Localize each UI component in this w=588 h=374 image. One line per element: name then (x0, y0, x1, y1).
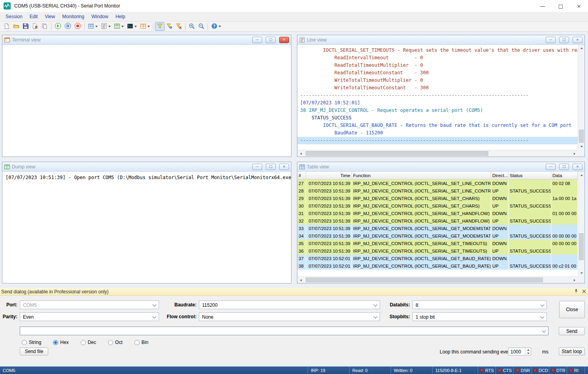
new-session-button[interactable] (2, 22, 11, 31)
table-view-menu-button[interactable] (86, 22, 99, 31)
start-loop-button[interactable]: Start loop (559, 348, 585, 355)
log-line[interactable]: ReadTotalTimeoutConstant - 300 (300, 69, 578, 77)
format-radio[interactable]: Dec (81, 340, 96, 345)
dump-view-titlebar[interactable]: Dump view — □ × (2, 162, 291, 172)
filter-settings-button[interactable] (164, 22, 174, 31)
modbus-view-menu-button[interactable] (138, 22, 151, 31)
minimize-button[interactable]: — (546, 37, 556, 43)
table-row[interactable]: 27 07/07/2023 10:51:39 IRP_MJ_DEVICE_CON… (297, 179, 578, 187)
log-line[interactable]: IOCTL_SERIAL_GET_BAUD_RATE - Returns the… (300, 122, 578, 129)
vertical-scrollbar[interactable] (578, 172, 584, 276)
log-line[interactable]: [07/07/2023 10:52:01] (300, 99, 578, 107)
log-line[interactable]: ----------------------------------------… (297, 137, 578, 144)
table-row[interactable]: 28 07/07/2023 10:51:39 IRP_MJ_DEVICE_CON… (297, 187, 578, 195)
scrollbar-thumb[interactable] (306, 278, 543, 282)
baudrate-select[interactable]: 115200 (199, 300, 380, 309)
export-button[interactable] (40, 22, 49, 31)
menu-item[interactable]: Session (2, 12, 26, 21)
table-row[interactable]: 37 07/07/2023 10:52:01 IRP_MJ_DEVICE_CON… (297, 255, 578, 262)
stop-monitoring-button[interactable] (73, 22, 83, 31)
column-header-num[interactable]: # (297, 172, 306, 179)
column-header-function[interactable]: Function (352, 172, 491, 179)
scrollbar-thumb[interactable] (579, 233, 584, 260)
scroll-right-arrow-icon[interactable] (571, 150, 578, 157)
minimize-button[interactable]: — (546, 164, 556, 170)
table-row[interactable]: 38 07/07/2023 10:52:01 IRP_MJ_DEVICE_CON… (297, 262, 578, 270)
horizontal-scrollbar[interactable] (297, 150, 578, 157)
maximize-button[interactable]: □ (559, 164, 569, 170)
scroll-left-arrow-icon[interactable] (297, 277, 304, 283)
scroll-up-arrow-icon[interactable] (578, 45, 584, 51)
column-header-direction[interactable]: Direct... (491, 172, 509, 179)
terminal-view-menu-button[interactable] (125, 22, 138, 31)
log-line[interactable]: 38 IRP_MJ_DEVICE_CONTROL - Request opera… (300, 107, 578, 114)
format-radio[interactable]: Oct (108, 340, 123, 345)
terminal-view-titlebar[interactable]: Terminal view — □ × (2, 35, 291, 45)
databits-select[interactable]: 8 (412, 300, 547, 309)
log-line[interactable]: ----------------------------------------… (300, 92, 578, 99)
stepper-up-icon[interactable] (526, 348, 531, 351)
close-button[interactable]: Close (559, 301, 585, 318)
vertical-scrollbar[interactable] (578, 45, 584, 150)
scrollbar-thumb[interactable] (579, 130, 584, 143)
table-row[interactable]: 34 07/07/2023 10:51:39 IRP_MJ_DEVICE_CON… (297, 232, 578, 240)
close-button[interactable]: × (279, 37, 289, 43)
maximize-button[interactable]: □ (266, 164, 276, 170)
log-line[interactable]: WriteTotalTimeoutMultiplier - 0 (300, 77, 578, 84)
minimize-window-button[interactable]: — (533, 0, 552, 12)
send-dialog-header[interactable]: Send dialog (available in Professional v… (0, 288, 588, 296)
save-session-button[interactable] (21, 22, 30, 31)
column-header-data[interactable]: Data (551, 172, 578, 179)
start-monitoring-button[interactable] (53, 22, 63, 31)
loop-interval-stepper[interactable]: 1000 (508, 348, 531, 355)
close-button[interactable]: × (573, 164, 582, 170)
scroll-down-arrow-icon[interactable] (578, 143, 584, 150)
port-select[interactable]: COM5 (20, 300, 159, 309)
table-view-titlebar[interactable]: Table view — □ × (297, 162, 584, 172)
format-radio[interactable]: Hex (53, 340, 68, 345)
pin-icon[interactable] (574, 289, 579, 295)
menu-item[interactable]: Edit (26, 12, 42, 21)
window-titlebar[interactable]: COM5 (USB-SERIAL CH340) - Serial Port Mo… (0, 0, 588, 12)
maximize-window-button[interactable]: □ (552, 0, 570, 12)
table-row[interactable]: 35 07/07/2023 10:51:39 IRP_MJ_DEVICE_CON… (297, 240, 578, 247)
scroll-up-arrow-icon[interactable] (578, 172, 584, 178)
table-row[interactable]: 32 07/07/2023 10:51:39 IRP_MJ_DEVICE_CON… (297, 217, 578, 225)
open-session-button[interactable] (11, 22, 21, 31)
flow-control-select[interactable]: None (199, 312, 380, 321)
line-view-menu-button[interactable] (99, 22, 112, 31)
log-line[interactable]: STATUS_SUCCESS (300, 114, 578, 122)
help-button[interactable]: ? (210, 22, 223, 31)
menu-item[interactable]: Window (88, 12, 112, 21)
filter-clear-button[interactable] (174, 22, 183, 31)
close-window-button[interactable]: × (570, 0, 588, 12)
close-button[interactable]: × (573, 37, 582, 43)
table-row[interactable]: 29 07/07/2023 10:51:39 IRP_MJ_DEVICE_CON… (297, 195, 578, 202)
dump-log-line[interactable]: [07/07/2023 10:51:39] - Open port COM5 (… (2, 172, 291, 283)
maximize-button[interactable]: □ (266, 37, 276, 43)
scroll-right-arrow-icon[interactable] (571, 277, 578, 283)
menu-item[interactable]: Help (112, 12, 129, 21)
column-header-status[interactable]: Status (509, 172, 551, 179)
zoom-out-button[interactable] (197, 22, 206, 31)
log-line[interactable]: ReadTotalTimeoutMultiplier - 0 (300, 62, 578, 69)
line-view-log[interactable]: IOCTL_SERIAL_SET_TIMEOUTS - Request sets… (297, 45, 578, 150)
scroll-left-arrow-icon[interactable] (297, 150, 304, 157)
table-row[interactable]: 33 07/07/2023 10:51:39 IRP_MJ_DEVICE_CON… (297, 225, 578, 232)
minimize-button[interactable]: — (252, 164, 262, 170)
scrollbar-thumb[interactable] (306, 151, 488, 156)
column-header-time[interactable]: Time (306, 172, 352, 179)
close-panel-icon[interactable] (582, 289, 586, 295)
format-radio[interactable]: Bin (134, 340, 148, 345)
stopbits-select[interactable]: 1 stop bit (412, 312, 547, 321)
terminal-view-content[interactable] (2, 45, 291, 157)
dump-view-content[interactable]: [07/07/2023 10:51:39] - Open port COM5 (… (2, 172, 291, 283)
send-button[interactable]: Send (559, 327, 585, 335)
parity-select[interactable]: Even (20, 312, 159, 321)
log-line[interactable]: ReadIntervalTimeout - 0 (300, 54, 578, 62)
log-line[interactable]: BaudRate - 115200 (300, 129, 578, 137)
menu-item[interactable]: Monitoring (59, 12, 88, 21)
menu-item[interactable]: View (41, 12, 59, 21)
send-file-button[interactable]: Send file (20, 348, 48, 355)
log-line[interactable]: IOCTL_SERIAL_SET_TIMEOUTS - Request sets… (300, 47, 578, 54)
